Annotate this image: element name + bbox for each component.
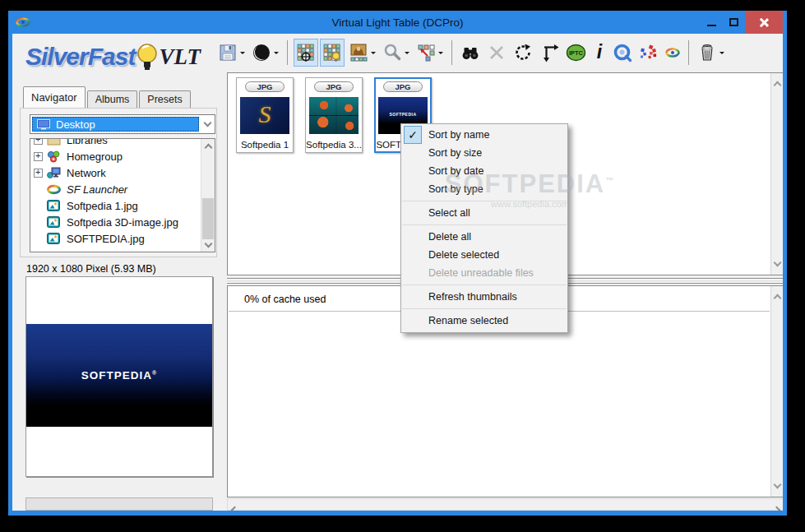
combobox-selected-item: Desktop [32,117,199,132]
menu-item-sort-by-name[interactable]: ✓Sort by name [401,126,567,144]
tree-item[interactable]: SF Launcher [30,181,201,197]
scrollbar-thumb[interactable] [202,198,214,239]
crystal-button[interactable] [636,39,661,67]
scroll-up-icon[interactable] [775,76,780,91]
tree-item-label: Homegroup [67,150,123,163]
window-title: Virtual Light Table (DCPro) [8,16,787,29]
tree-item-label: Libraries [67,138,108,146]
crystal-icon [639,43,659,62]
preview-box: SOFTPEDIA® [25,276,213,477]
main-toolbar: IPTCi [215,36,728,69]
tree-expander-icon[interactable] [34,152,43,161]
cache-status-text: 0% of cache used [244,294,326,305]
folder-tree-list: LibrariesHomegroupNetworkSF LauncherSoft… [30,138,201,247]
quicktime-icon [613,43,632,62]
scroll-down-icon[interactable] [201,241,215,249]
dropdown-arrow-icon[interactable] [274,52,279,57]
dropdown-arrow-icon[interactable] [405,52,409,57]
arrange-button[interactable] [414,39,446,67]
menu-item-sort-by-type[interactable]: Sort by type [401,180,567,198]
menu-item-label: Delete all [428,231,471,243]
silverfast-eye-button[interactable] [663,39,682,67]
menu-item-sort-by-size[interactable]: Sort by size [401,144,567,162]
tab-presets[interactable]: Presets [139,90,190,108]
tree-expander-icon[interactable] [34,138,43,145]
combobox-dropdown-button[interactable] [201,120,215,128]
thumbnail-panel-scrollbar[interactable] [770,73,783,275]
tab-albums[interactable]: Albums [87,90,138,108]
thumbnail-size-button[interactable] [346,39,378,67]
thumbnail-label: Softpedia 3... [306,140,362,150]
print-icon [252,43,271,62]
tree-scrollbar[interactable] [201,139,215,252]
window-content: SilverFast VLT NavigatorAlbumsPresets De… [12,34,783,511]
scroll-left-icon[interactable] [232,502,238,511]
x-icon [487,43,507,62]
thumbnail-card[interactable]: JPGSSoftpedia 1 [236,77,294,153]
file-type-badge: JPG [245,81,285,92]
tree-item[interactable]: Network [30,164,201,181]
scroll-up-icon[interactable] [201,141,215,150]
iptc-button[interactable]: IPTC [563,39,589,67]
menu-item-rename-selected[interactable]: Rename selected [401,312,567,330]
toolbar-separator [287,40,288,65]
menu-separator [402,201,567,201]
zoom-button[interactable] [380,39,412,67]
rotate-button[interactable] [511,39,535,67]
tree-item-label: Softpedia 1.jpg [67,200,138,212]
flip-button[interactable] [537,39,562,67]
thumbnail-card[interactable]: JPGSoftpedia 3... [305,77,363,153]
scroll-up-icon[interactable] [775,289,780,304]
tree-item[interactable]: SOFTPEDIA.jpg [30,230,201,247]
eye-icon [665,47,680,58]
dropdown-arrow-icon[interactable] [719,52,724,57]
rotate-icon [513,43,533,62]
menu-item-refresh-thumbnails[interactable]: Refresh thumbnails [401,288,567,306]
menu-item-delete-all[interactable]: Delete all [401,228,567,246]
tree-item[interactable]: Homegroup [30,148,201,164]
minimize-button[interactable] [701,11,723,34]
tree-item[interactable]: Softpedia 3D-image.jpg [30,214,201,230]
svg-text:IPTC: IPTC [569,49,584,57]
menu-item-sort-by-date[interactable]: Sort by date [401,162,567,180]
desktop-icon [37,119,51,130]
tree-item[interactable]: Libraries [30,138,201,148]
menu-item-delete-selected[interactable]: Delete selected [401,246,567,264]
trash-icon [697,43,717,62]
dropdown-arrow-icon[interactable] [240,52,245,57]
maximize-icon [729,18,738,26]
scroll-right-icon[interactable] [774,502,780,511]
scroll-down-icon[interactable] [775,479,780,493]
app-window: Virtual Light Table (DCPro) SilverFast V… [8,11,787,516]
thumbnail-image-text: S [240,97,289,132]
libraries-icon [47,138,62,146]
delete-button[interactable] [695,39,727,67]
minimize-icon [707,25,716,26]
close-image-button [484,39,509,67]
tree-item[interactable]: Softpedia 1.jpg [30,197,201,214]
info-icon: i [593,43,606,62]
cache-panel-scrollbar[interactable] [770,286,783,497]
info-button[interactable]: i [590,39,608,67]
save-button[interactable] [215,39,248,67]
dropdown-arrow-icon[interactable] [438,52,443,57]
preview-image-text: SOFTPEDIA® [81,369,157,382]
maximize-button[interactable] [723,11,745,34]
quicktime-button[interactable] [610,39,635,67]
tree-expander-icon[interactable] [34,169,43,178]
close-button[interactable] [745,11,783,34]
save-icon [218,43,238,62]
dropdown-arrow-icon[interactable] [371,52,376,57]
scroll-down-icon[interactable] [775,257,780,271]
file-type-badge: JPG [314,81,354,92]
print-button[interactable] [249,39,281,67]
horizontal-scrollbar[interactable] [227,498,783,511]
lighttable-grid-button[interactable] [320,39,345,67]
overview-grid-button[interactable] [294,39,318,67]
folder-combobox[interactable]: Desktop [30,114,215,134]
menu-item-label: Sort by name [428,129,489,141]
thumbnail-label: Softpedia 1 [241,140,289,150]
tab-navigator[interactable]: Navigator [23,86,86,108]
search-button[interactable] [458,39,483,67]
menu-item-select-all[interactable]: Select all [401,204,567,222]
